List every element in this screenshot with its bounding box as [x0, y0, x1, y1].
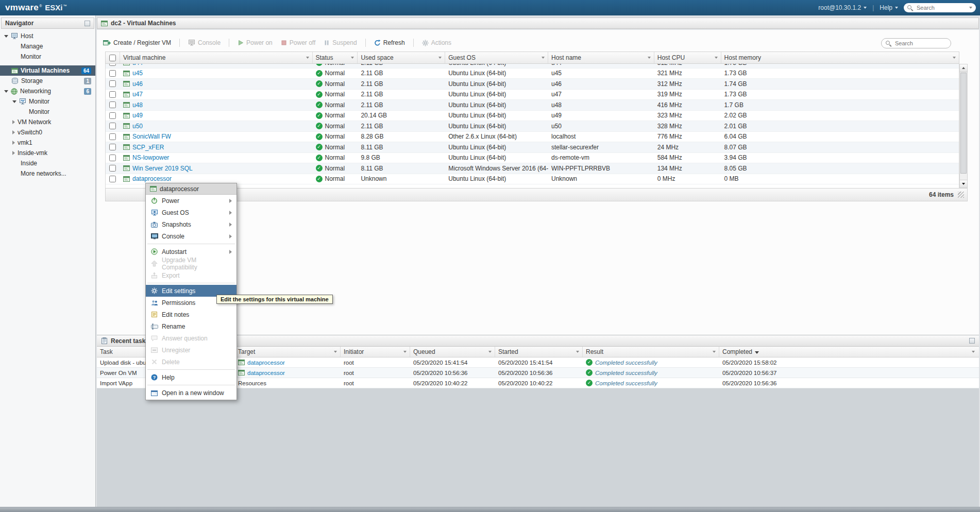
column-menu-icon[interactable]	[713, 351, 716, 353]
resize-grip[interactable]	[958, 192, 964, 198]
row-checkbox[interactable]	[109, 176, 116, 182]
sidebar-item-vm-network[interactable]: VM Network	[0, 117, 95, 127]
sidebar-item-monitor[interactable]: Monitor	[0, 96, 95, 107]
menu-item-open-in-a-new-window[interactable]: Open in a new window	[146, 387, 236, 399]
vm-name-link[interactable]: u45	[132, 70, 143, 77]
vm-name-link[interactable]: u46	[132, 80, 143, 88]
vm-list-search[interactable]	[881, 38, 951, 48]
vm-name-link[interactable]: u47	[132, 91, 143, 98]
column-menu-icon[interactable]	[403, 351, 407, 353]
row-checkbox[interactable]	[109, 64, 116, 66]
column-menu-icon[interactable]	[542, 57, 545, 59]
sidebar-item-storage[interactable]: Storage1	[0, 76, 95, 86]
toolbar-console-button[interactable]: Console	[188, 39, 221, 46]
vm-row[interactable]: SCP_xFER ✓Normal 8.11 GB Ubuntu Linux (6…	[106, 142, 959, 153]
column-menu-icon[interactable]	[715, 57, 718, 59]
task-target-link[interactable]: dataprocessor	[247, 370, 285, 376]
sidebar-item-virtual-machines[interactable]: Virtual Machines64	[0, 65, 95, 76]
vm-name-link[interactable]: dataprocessor	[132, 175, 172, 182]
task-column-queued[interactable]: Queued	[410, 347, 495, 357]
global-search-input[interactable]	[916, 4, 967, 11]
vm-row[interactable]: u47 ✓Normal 2.11 GB Ubuntu Linux (64-bit…	[106, 90, 959, 100]
vm-row[interactable]: u48 ✓Normal 2.11 GB Ubuntu Linux (64-bit…	[106, 100, 959, 111]
menu-item-answer-question[interactable]: Answer question	[146, 332, 236, 344]
vm-row[interactable]: NS-lowpower ✓Normal 9.8 GB Ubuntu Linux …	[106, 153, 959, 164]
sidebar-item-more-networks[interactable]: More networks...	[0, 168, 95, 179]
toolbar-power-off-button[interactable]: Power off	[281, 39, 315, 46]
toolbar-create-register-vm-button[interactable]: Create / Register VM	[103, 39, 171, 46]
task-target-link[interactable]: dataprocessor	[247, 360, 285, 366]
row-checkbox[interactable]	[109, 101, 116, 108]
task-column-started[interactable]: Started	[495, 347, 583, 357]
vm-row[interactable]: u46 ✓Normal 2.11 GB Ubuntu Linux (64-bit…	[106, 79, 959, 90]
help-menu[interactable]: Help	[880, 4, 898, 11]
collapse-arrow-icon[interactable]	[12, 100, 16, 103]
user-menu[interactable]: root@10.30.1.2	[818, 4, 867, 11]
task-column-completed[interactable]: Completed	[719, 347, 978, 357]
menu-item-unregister[interactable]: Unregister	[146, 344, 236, 356]
menu-item-rename[interactable]: Rename	[146, 320, 236, 332]
column-header-host-name[interactable]: Host name	[548, 52, 654, 63]
vm-row[interactable]: u50 ✓Normal 2.11 GB Ubuntu Linux (64-bit…	[106, 121, 959, 132]
vm-row[interactable]: SonicWall FW ✓Normal 8.28 GB Other 2.6.x…	[106, 132, 959, 143]
menu-item-power[interactable]: Power	[146, 195, 236, 207]
menu-item-upgrade-vm-compatibility[interactable]: Upgrade VM Compatibility	[146, 258, 236, 269]
scroll-down-button[interactable]	[960, 180, 967, 187]
row-checkbox[interactable]	[109, 123, 116, 129]
vm-name-link[interactable]: u49	[132, 112, 143, 119]
row-checkbox[interactable]	[109, 70, 116, 77]
column-header-host-cpu[interactable]: Host CPU	[654, 52, 721, 63]
toolbar-refresh-button[interactable]: Refresh	[374, 39, 405, 46]
collapse-arrow-icon[interactable]	[4, 35, 8, 38]
row-checkbox[interactable]	[109, 165, 116, 172]
toolbar-suspend-button[interactable]: Suspend	[324, 39, 357, 46]
vm-name-link[interactable]: SCP_xFER	[132, 144, 164, 151]
menu-item-snapshots[interactable]: Snapshots	[146, 218, 236, 230]
column-menu-icon[interactable]	[334, 351, 337, 353]
column-menu-icon[interactable]	[972, 351, 975, 353]
sidebar-item-vswitch0[interactable]: vSwitch0	[0, 127, 95, 138]
vm-row[interactable]: Win Server 2019 SQL ✓Normal 8.11 GB Micr…	[106, 163, 959, 174]
vm-list-search-input[interactable]	[894, 40, 947, 47]
sidebar-item-monitor[interactable]: Monitor	[0, 52, 95, 62]
column-menu-icon[interactable]	[351, 57, 354, 59]
column-header-used-space[interactable]: Used space	[358, 52, 445, 63]
column-menu-icon[interactable]	[576, 351, 579, 353]
sidebar-item-inside[interactable]: Inside	[0, 158, 95, 168]
column-menu-icon[interactable]	[953, 57, 956, 59]
expand-arrow-icon[interactable]	[12, 141, 15, 145]
menu-item-export[interactable]: Export	[146, 269, 236, 281]
collapse-panel-icon[interactable]	[85, 21, 90, 26]
vm-row[interactable]: u49 ✓Normal 20.14 GB Ubuntu Linux (64-bi…	[106, 111, 959, 122]
row-checkbox[interactable]	[109, 133, 116, 140]
sidebar-item-inside-vmk[interactable]: Inside-vmk	[0, 148, 95, 158]
collapse-arrow-icon[interactable]	[4, 90, 8, 93]
menu-item-guest-os[interactable]: Guest OS	[146, 207, 236, 218]
task-column-initiator[interactable]: Initiator	[341, 347, 410, 357]
column-header-host-memory[interactable]: Host memory	[721, 52, 959, 63]
sidebar-item-host[interactable]: Host	[0, 31, 95, 41]
menu-item-help[interactable]: ?Help	[146, 371, 236, 383]
row-checkbox[interactable]	[109, 155, 116, 161]
vm-name-link[interactable]: u50	[132, 123, 143, 130]
vm-name-link[interactable]: u44	[132, 64, 143, 66]
column-menu-icon[interactable]	[648, 57, 651, 59]
sidebar-item-manage[interactable]: Manage	[0, 41, 95, 52]
row-checkbox[interactable]	[109, 80, 116, 87]
scroll-up-button[interactable]	[960, 64, 967, 72]
select-all-checkbox[interactable]	[109, 55, 116, 61]
vm-name-link[interactable]: NS-lowpower	[132, 154, 169, 161]
expand-arrow-icon[interactable]	[12, 120, 15, 124]
task-column-target[interactable]: Target	[235, 347, 341, 357]
sidebar-item-monitor[interactable]: Monitor	[0, 107, 95, 117]
toolbar-power-on-button[interactable]: Power on	[238, 39, 273, 46]
toolbar-actions-button[interactable]: Actions	[422, 39, 451, 46]
column-header-status[interactable]: Status	[313, 52, 358, 63]
scroll-thumb[interactable]	[960, 73, 967, 174]
sidebar-item-networking[interactable]: Networking6	[0, 86, 95, 96]
row-checkbox[interactable]	[109, 91, 116, 98]
expand-arrow-icon[interactable]	[12, 130, 15, 134]
column-menu-icon[interactable]	[488, 351, 492, 353]
column-header-guest-os[interactable]: Guest OS	[445, 52, 548, 63]
vm-row[interactable]: u45 ✓Normal 2.11 GB Ubuntu Linux (64-bit…	[106, 69, 959, 79]
